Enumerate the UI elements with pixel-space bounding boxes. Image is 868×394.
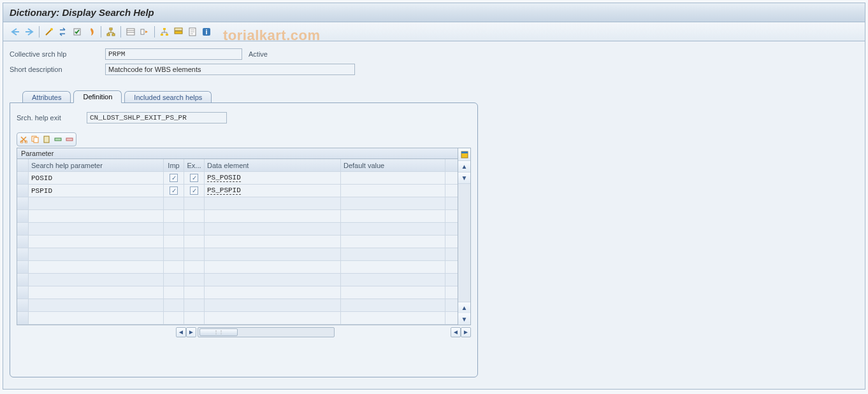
table-row[interactable]: PSPID ✓ ✓ PS_PSPID: [17, 185, 458, 197]
scroll-left-page-button[interactable]: ◄: [451, 327, 461, 337]
table-row[interactable]: [17, 223, 458, 236]
svg-rect-7: [163, 28, 166, 30]
svg-rect-2: [110, 28, 112, 30]
svg-rect-8: [161, 34, 163, 36]
svg-rect-23: [461, 151, 468, 153]
page-title: Dictionary: Display Search Help: [3, 3, 865, 22]
hscroll-thumb[interactable]: ⋮⋮: [199, 328, 238, 336]
nav-button[interactable]: [138, 25, 152, 39]
grid-toolbar: [17, 132, 76, 146]
col-data-element[interactable]: Data element: [205, 159, 341, 171]
check-icon: ✓: [170, 174, 178, 182]
hscroll-track[interactable]: ⋮⋮: [198, 327, 335, 337]
table-row[interactable]: [17, 286, 458, 299]
back-button[interactable]: [8, 25, 22, 39]
col-default[interactable]: Default value: [341, 159, 445, 171]
table-row[interactable]: [17, 299, 458, 312]
table-row[interactable]: [17, 236, 458, 248]
forward-button[interactable]: [22, 25, 36, 39]
table-row[interactable]: [17, 197, 458, 210]
row-selector[interactable]: [17, 185, 29, 197]
scroll-right-step-button[interactable]: ►: [186, 327, 196, 337]
tab-included[interactable]: Included search helps: [124, 91, 212, 103]
tab-attributes[interactable]: Attributes: [22, 91, 71, 103]
check-button[interactable]: [70, 25, 84, 39]
svg-rect-3: [107, 34, 110, 36]
activate-button[interactable]: [84, 25, 98, 39]
append-button[interactable]: [171, 25, 185, 39]
cell-imp[interactable]: ✓: [164, 172, 184, 184]
doc-button[interactable]: [185, 25, 199, 39]
svg-point-15: [20, 141, 23, 143]
scroll-up-button[interactable]: ▲: [458, 161, 470, 172]
svg-rect-9: [166, 34, 168, 36]
short-desc-input[interactable]: Matchcode for WBS elements: [105, 64, 355, 75]
col-imp[interactable]: Imp: [164, 159, 184, 171]
tab-definition[interactable]: Definition: [73, 90, 122, 103]
cut-icon: [20, 136, 27, 143]
table-row[interactable]: [17, 210, 458, 223]
table-row[interactable]: [17, 248, 458, 261]
table-row[interactable]: [17, 261, 458, 274]
tab-strip: Attributes Definition Included search he…: [10, 90, 858, 102]
table-settings-button[interactable]: [458, 148, 470, 161]
display-change-button[interactable]: [42, 25, 56, 39]
scroll-right-button[interactable]: ►: [461, 327, 471, 337]
cell-data-element[interactable]: PS_POSID: [205, 172, 341, 184]
collective-srch-input[interactable]: PRPM: [105, 48, 242, 60]
vertical-scrollbar[interactable]: ▲ ▼ ▲ ▼: [458, 148, 470, 325]
row-select-header[interactable]: [17, 159, 29, 171]
cell-exp[interactable]: ✓: [184, 172, 205, 184]
tree-icon: [106, 27, 115, 36]
scroll-track[interactable]: [458, 184, 470, 302]
info-icon: i: [202, 27, 211, 36]
scroll-up-page-button[interactable]: ▲: [458, 302, 470, 313]
cell-exp[interactable]: ✓: [184, 185, 205, 197]
scroll-left-button[interactable]: ◄: [176, 327, 186, 337]
cell-default[interactable]: [341, 172, 445, 184]
svg-rect-12: [189, 28, 196, 36]
help-button[interactable]: i: [199, 25, 213, 39]
copy-button[interactable]: [29, 134, 41, 145]
cell-parameter[interactable]: POSID: [29, 172, 164, 184]
tab-panel-definition: Srch. help exit CN_LDST_SHLP_EXIT_PS_PR …: [10, 102, 478, 377]
svg-rect-21: [66, 138, 73, 141]
cell-parameter[interactable]: PSPID: [29, 185, 164, 197]
svg-rect-17: [32, 136, 36, 141]
horizontal-scrollbar[interactable]: ◄ ► ⋮⋮ ◄ ►: [17, 327, 471, 337]
table-row[interactable]: POSID ✓ ✓ PS_POSID: [17, 172, 458, 185]
display-list-button[interactable]: [124, 25, 138, 39]
table-config-icon: [460, 150, 469, 159]
append-icon: [174, 27, 183, 36]
check-icon: [73, 27, 82, 36]
hierarchy-button[interactable]: [157, 25, 171, 39]
grid-header-row: Search help parameter Imp Ex... Data ele…: [17, 159, 458, 172]
arrow-left-icon: [11, 28, 20, 36]
svg-rect-13: [203, 28, 210, 36]
table-row[interactable]: [17, 274, 458, 286]
scroll-down-step-button[interactable]: ▼: [458, 172, 470, 184]
delete-row-button[interactable]: [64, 134, 75, 145]
app-toolbar: i: [3, 22, 865, 41]
status-text: Active: [249, 50, 274, 58]
cell-data-element[interactable]: PS_PSPID: [205, 185, 341, 197]
svg-point-0: [50, 28, 53, 31]
paste-button[interactable]: [41, 134, 52, 145]
other-object-button[interactable]: [56, 25, 70, 39]
cell-default[interactable]: [341, 185, 445, 197]
col-parameter[interactable]: Search help parameter: [29, 159, 164, 171]
svg-rect-20: [55, 138, 61, 141]
arrow-right-icon: [25, 28, 34, 36]
insert-row-button[interactable]: [52, 134, 64, 145]
cut-button[interactable]: [18, 134, 29, 145]
cell-imp[interactable]: ✓: [164, 185, 184, 197]
insert-row-icon: [54, 136, 62, 143]
row-selector[interactable]: [17, 172, 29, 184]
where-used-button[interactable]: [104, 25, 118, 39]
hierarchy-icon: [160, 27, 169, 36]
scroll-down-button[interactable]: ▼: [458, 313, 470, 325]
col-exp[interactable]: Ex...: [184, 159, 205, 171]
srch-exit-input[interactable]: CN_LDST_SHLP_EXIT_PS_PR: [87, 112, 227, 123]
table-row[interactable]: [17, 312, 458, 325]
grid-title: Parameter: [17, 148, 458, 159]
